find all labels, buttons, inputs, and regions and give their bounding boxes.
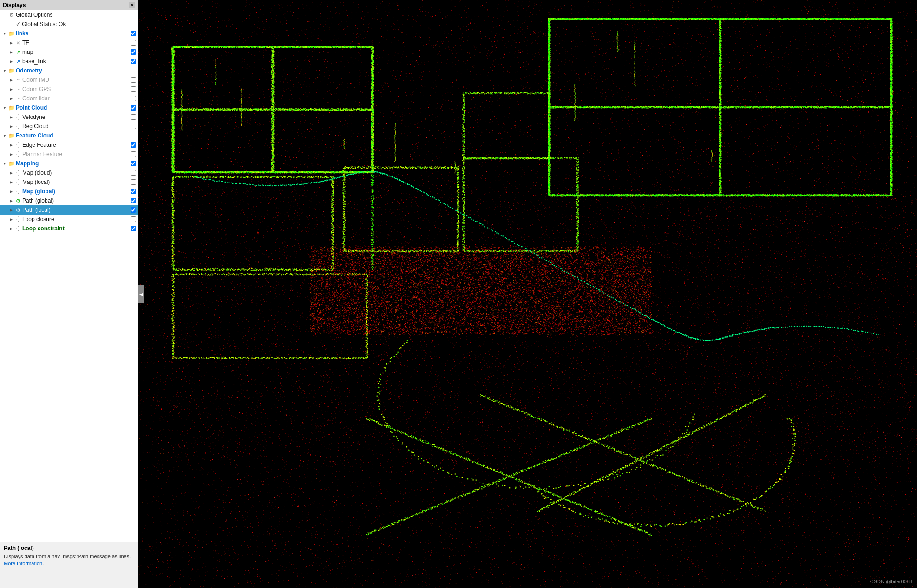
tree-item-odometry[interactable]: 📁Odometry	[0, 66, 138, 75]
checkbox-area-loop-constraint	[129, 224, 138, 233]
checkbox-base-link[interactable]	[131, 59, 136, 64]
checkbox-map-cloud[interactable]	[131, 170, 136, 176]
item-label-mapping: Mapping	[16, 160, 129, 167]
tree-item-edge-feature[interactable]: ⁛Edge Feature	[0, 140, 138, 150]
wave-icon: ~	[15, 86, 21, 92]
checkbox-area-odom-imu	[129, 75, 138, 85]
gear-icon: ⚙	[8, 12, 15, 18]
tree-item-odom-imu[interactable]: ~Odom IMU	[0, 75, 138, 85]
checkbox-map-local[interactable]	[131, 179, 136, 185]
checkbox-plannar-feature[interactable]	[131, 151, 136, 157]
checkbox-odom-gps[interactable]	[131, 86, 136, 92]
checkbox-loop-closure[interactable]	[131, 216, 136, 222]
checkbox-path-local[interactable]	[131, 207, 136, 213]
checkbox-area-reg-cloud	[129, 122, 138, 131]
expand-arrow-point-cloud[interactable]	[2, 105, 7, 111]
item-label-base-link: base_link	[22, 58, 129, 65]
checkbox-reg-cloud[interactable]	[131, 124, 136, 129]
expand-arrow-links[interactable]	[2, 31, 7, 36]
checkbox-area-odometry	[129, 66, 138, 75]
tree-item-point-cloud[interactable]: 📁Point Cloud	[0, 103, 138, 112]
checkbox-mapping[interactable]	[131, 161, 136, 166]
tree-item-mapping[interactable]: 📁Mapping	[0, 159, 138, 168]
checkbox-links[interactable]	[131, 31, 136, 36]
expand-arrow-tf[interactable]	[8, 40, 14, 46]
tree-item-base-link[interactable]: ↗base_link	[0, 57, 138, 66]
-icon	[8, 21, 15, 27]
checkbox-area-mapping	[129, 159, 138, 168]
checkbox-path-global[interactable]	[131, 198, 136, 203]
checkbox-area-loop-closure	[129, 215, 138, 224]
expand-arrow-base-link[interactable]	[8, 59, 14, 64]
expand-arrow-path-local[interactable]	[8, 207, 14, 213]
folder-icon: 📁	[8, 132, 15, 139]
tree-item-loop-closure[interactable]: ⁛Loop closure	[0, 215, 138, 224]
dots-icon: ⁛	[15, 123, 21, 130]
expand-arrow-map-global[interactable]	[8, 189, 14, 194]
expand-arrow-loop-constraint[interactable]	[8, 226, 14, 231]
checkbox-odom-imu[interactable]	[131, 77, 136, 83]
folder-icon: 📁	[8, 67, 15, 74]
tree-item-reg-cloud[interactable]: ⁛Reg Cloud	[0, 122, 138, 131]
item-label-velodyne: Velodyne	[22, 114, 129, 120]
expand-arrow-odom-gps[interactable]	[8, 86, 14, 92]
expand-arrow-odometry[interactable]	[2, 68, 7, 73]
tree-item-odom-gps[interactable]: ~Odom GPS	[0, 85, 138, 94]
tree-item-map[interactable]: ↗map	[0, 47, 138, 57]
checkbox-point-cloud[interactable]	[131, 105, 136, 111]
item-label-path-local: Path (local)	[22, 207, 129, 213]
checkbox-tf[interactable]	[131, 40, 136, 46]
expand-arrow-map[interactable]	[8, 49, 14, 55]
tree-item-path-global[interactable]: ⚙Path (global)	[0, 196, 138, 205]
more-info-link[interactable]: More Information	[4, 561, 42, 566]
tree-item-velodyne[interactable]: ⁛Velodyne	[0, 112, 138, 122]
tree-item-loop-constraint[interactable]: ⁛Loop constraint	[0, 224, 138, 233]
tree-item-links[interactable]: 📁links	[0, 29, 138, 38]
expand-arrow-edge-feature[interactable]	[8, 142, 14, 148]
watermark: CSDN @biter0088	[870, 579, 912, 584]
checkbox-map-global[interactable]	[131, 189, 136, 194]
item-label-feature-cloud: Feature Cloud	[16, 132, 129, 139]
checkbox-area-path-global	[129, 196, 138, 205]
tree-item-feature-cloud[interactable]: 📁Feature Cloud	[0, 131, 138, 140]
expand-arrow-path-global[interactable]	[8, 198, 14, 203]
expand-arrow-reg-cloud[interactable]	[8, 124, 14, 129]
expand-arrow-plannar-feature[interactable]	[8, 151, 14, 157]
checkbox-loop-constraint[interactable]	[131, 226, 136, 231]
point-cloud-canvas	[138, 0, 917, 588]
tree-item-plannar-feature[interactable]: ⁛Plannar Feature	[0, 150, 138, 159]
item-label-edge-feature: Edge Feature	[22, 142, 129, 148]
expand-arrow-map-cloud[interactable]	[8, 170, 14, 176]
tree-item-map-global[interactable]: ⁛Map (global)	[0, 187, 138, 196]
tree-item-map-local[interactable]: ⁛Map (local)	[0, 177, 138, 187]
tree-item-tf[interactable]: ✕TF	[0, 38, 138, 47]
checkbox-area-base-link	[129, 57, 138, 66]
dots-icon: ⁛	[15, 216, 21, 222]
close-button[interactable]: ✕	[129, 2, 135, 8]
checkbox-area-plannar-feature	[129, 150, 138, 159]
checkbox-area-global-status	[129, 20, 138, 29]
checkbox-velodyne[interactable]	[131, 114, 136, 120]
expand-arrow-mapping[interactable]	[2, 161, 7, 166]
expand-arrow-odom-lidar[interactable]	[8, 96, 14, 101]
expand-arrow-odom-imu[interactable]	[8, 77, 14, 83]
dots-icon: ⁛	[15, 114, 21, 120]
expand-arrow-loop-closure[interactable]	[8, 216, 14, 222]
checkbox-area-global-options	[129, 10, 138, 20]
expand-arrow-velodyne[interactable]	[8, 114, 14, 120]
expand-arrow-map-local[interactable]	[8, 179, 14, 185]
checkbox-map[interactable]	[131, 49, 136, 55]
collapse-handle[interactable]: ◀	[138, 285, 144, 303]
expand-arrow-feature-cloud[interactable]	[2, 133, 7, 138]
checkbox-odom-lidar[interactable]	[131, 96, 136, 101]
tree-item-odom-lidar[interactable]: ~Odom lidar	[0, 94, 138, 103]
tree-item-map-cloud[interactable]: ⁛Map (cloud)	[0, 168, 138, 177]
item-label-links: links	[16, 30, 129, 37]
checkbox-area-map-cloud	[129, 168, 138, 177]
wave-icon: ~	[15, 77, 21, 83]
tree-item-global-options[interactable]: ⚙Global Options	[0, 10, 138, 20]
main-viewport[interactable]: ◀ CSDN @biter0088	[138, 0, 917, 588]
tree-item-path-local[interactable]: ⚙Path (local)	[0, 205, 138, 215]
checkbox-edge-feature[interactable]	[131, 142, 136, 148]
tree-item-global-status[interactable]: ✓ Global Status: Ok	[0, 20, 138, 29]
